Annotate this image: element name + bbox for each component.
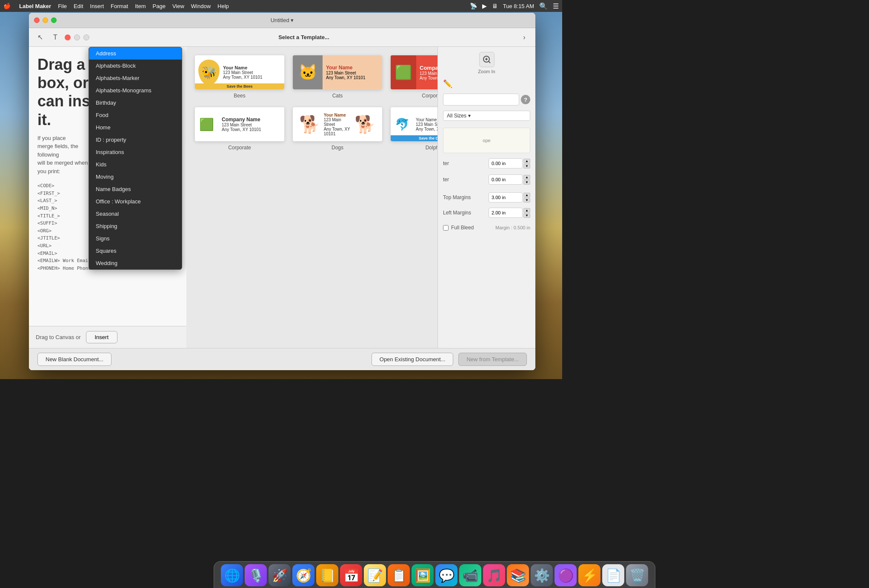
- top-margins-down[interactable]: ▼: [523, 198, 530, 203]
- bees-bee-icon: 🐝: [198, 60, 220, 85]
- margin-controls: ter 0.00 in ▲ ▼ ter: [443, 158, 530, 187]
- maximize-button[interactable]: [51, 17, 57, 23]
- menu-edit[interactable]: Edit: [74, 3, 83, 9]
- dropdown-item-alphabets-monograms[interactable]: Alphabets-Monograms: [89, 84, 182, 97]
- top-margin-value: 0.00 in: [492, 161, 506, 166]
- template-card-cats[interactable]: 🐱 Your Name 123 Main Street Any Town, XY…: [293, 55, 382, 89]
- bottom-margin-stepper: ▲ ▼: [523, 175, 530, 185]
- left-margins-up[interactable]: ▲: [523, 208, 530, 213]
- bees-your-name: Your Name: [223, 65, 262, 70]
- template-area[interactable]: 🐝 Your Name 123 Main Street Any Town, XY…: [186, 47, 437, 370]
- left-margins-down[interactable]: ▼: [523, 213, 530, 218]
- apple-menu-icon[interactable]: 🍎: [3, 3, 11, 9]
- content-area: Drag a textbox, orcan insertit. If you p…: [29, 47, 535, 370]
- left-margins-input[interactable]: 2.00 in: [489, 208, 523, 218]
- corporate-city: Any Town, XY 10101: [222, 127, 261, 132]
- minimize-button[interactable]: [43, 17, 48, 23]
- dogs-label: Dogs: [332, 145, 343, 151]
- menu-window[interactable]: Window: [191, 3, 211, 9]
- new-blank-document-button[interactable]: New Blank Document...: [37, 353, 111, 366]
- menubar-arrow-icon: ▶: [482, 3, 487, 9]
- envelope-preview: ope: [443, 128, 530, 153]
- text-tool[interactable]: T: [49, 31, 61, 43]
- dropdown-item-food[interactable]: Food: [89, 109, 182, 121]
- menu-file[interactable]: File: [58, 3, 67, 9]
- template-item-dolphins[interactable]: 🐬 Your Name 123 Main Street Any Town, XY…: [391, 107, 437, 151]
- dropdown-item-home[interactable]: Home: [89, 121, 182, 134]
- cursor-tool[interactable]: ↖: [34, 31, 46, 43]
- toolbar-red-btn[interactable]: [65, 34, 71, 40]
- top-margin-down[interactable]: ▼: [523, 164, 530, 168]
- bottom-margin-down[interactable]: ▼: [523, 180, 530, 185]
- menu-page[interactable]: Page: [153, 3, 166, 9]
- open-existing-document-button[interactable]: Open Existing Document...: [372, 353, 454, 366]
- toolbar-btn-3[interactable]: [83, 34, 89, 40]
- sizes-select[interactable]: All Sizes ▾: [443, 111, 530, 121]
- left-margins-row: Left Margins 2.00 in ▲ ▼: [443, 208, 530, 218]
- zoom-in-button[interactable]: [479, 52, 495, 67]
- menu-insert[interactable]: Insert: [90, 3, 104, 9]
- dogs-image: 🐕: [296, 114, 324, 134]
- dropdown-item-alphabets-block[interactable]: Alphabets-Block: [89, 60, 182, 72]
- dropdown-item-wedding[interactable]: Wedding: [89, 257, 182, 269]
- template-item-cats[interactable]: 🐱 Your Name 123 Main Street Any Town, XY…: [293, 55, 382, 99]
- template-item-corporate[interactable]: 🟩 Company Name 123 Main Street Any Town,…: [195, 107, 284, 151]
- template-category-dropdown[interactable]: Address Alphabets-Block Alphabets-Marker…: [89, 47, 182, 270]
- top-margins-up[interactable]: ▲: [523, 193, 530, 197]
- dropdown-item-birthday[interactable]: Birthday: [89, 97, 182, 109]
- template-row-2: 🟩 Company Name 123 Main Street Any Town,…: [195, 107, 429, 151]
- dropdown-item-squares[interactable]: Squares: [89, 245, 182, 257]
- bottom-margin-up[interactable]: ▲: [523, 175, 530, 180]
- dropdown-item-shipping[interactable]: Shipping: [89, 220, 182, 232]
- left-margins-stepper: ▲ ▼: [523, 208, 530, 218]
- template-card-bees[interactable]: 🐝 Your Name 123 Main Street Any Town, XY…: [195, 55, 284, 89]
- chevron-right-icon[interactable]: ›: [518, 31, 530, 43]
- close-button[interactable]: [34, 17, 40, 23]
- toolbar-btn-2[interactable]: [74, 34, 80, 40]
- insert-bar: Drag to Canvas or Insert: [29, 326, 186, 348]
- menu-view[interactable]: View: [172, 3, 184, 9]
- dropdown-item-name-badges[interactable]: Name Badges: [89, 183, 182, 195]
- insert-button[interactable]: Insert: [86, 331, 118, 343]
- app-name[interactable]: Label Maker: [19, 3, 51, 9]
- zoom-in-icon: [483, 55, 491, 64]
- template-card-dolphins[interactable]: 🐬 Your Name 123 Main Street Any Town, XY…: [391, 107, 437, 141]
- dropdown-item-id-property[interactable]: ID : property: [89, 134, 182, 146]
- new-from-template-button[interactable]: New from Template...: [458, 353, 527, 366]
- dropdown-item-inspirations[interactable]: Inspirations: [89, 146, 182, 158]
- dropdown-item-kids[interactable]: Kids: [89, 158, 182, 171]
- left-margins-value: 2.00 in: [492, 210, 506, 215]
- template-item-dogs[interactable]: 🐕 Your Name 123 Main Street Any Town, XY…: [293, 107, 382, 151]
- template-card-dogs[interactable]: 🐕 Your Name 123 Main Street Any Town, XY…: [293, 107, 382, 141]
- bottom-margin-label: ter: [443, 177, 449, 183]
- menu-format[interactable]: Format: [111, 3, 128, 9]
- dropdown-item-seasonal[interactable]: Seasonal: [89, 208, 182, 220]
- top-margins-input[interactable]: 3.00 in: [489, 192, 523, 203]
- template-card-corporate2[interactable]: 🟩 Company Name 123 Main Street Any Town,…: [391, 55, 437, 89]
- template-card-corporate[interactable]: 🟩 Company Name 123 Main Street Any Town,…: [195, 107, 284, 141]
- top-margin-up[interactable]: ▲: [523, 159, 530, 163]
- help-button[interactable]: ?: [521, 95, 530, 104]
- dropdown-item-address[interactable]: Address: [89, 47, 182, 60]
- top-margin-input[interactable]: 0.00 in: [489, 158, 523, 168]
- dropdown-item-office-workplace[interactable]: Office : Workplace: [89, 195, 182, 208]
- sizes-label: All Sizes: [447, 113, 466, 119]
- menu-help[interactable]: Help: [217, 3, 229, 9]
- control-center-icon[interactable]: ☰: [553, 2, 559, 10]
- template-item-bees[interactable]: 🐝 Your Name 123 Main Street Any Town, XY…: [195, 55, 284, 99]
- menu-item[interactable]: Item: [135, 3, 146, 9]
- corporate-logo: 🟩: [195, 107, 218, 141]
- pencil-icon[interactable]: ✏️: [443, 79, 452, 88]
- search-field[interactable]: [443, 94, 519, 106]
- full-bleed-checkbox[interactable]: [443, 225, 449, 231]
- bottom-margin-input[interactable]: 0.00 in: [489, 174, 523, 185]
- search-icon[interactable]: 🔍: [539, 2, 548, 10]
- dropdown-item-signs[interactable]: Signs: [89, 232, 182, 245]
- template-item-corporate2[interactable]: 🟩 Company Name 123 Main Street Any Town,…: [391, 55, 437, 99]
- dolphins-label: Dolphins: [426, 145, 437, 151]
- dropdown-item-alphabets-marker[interactable]: Alphabets-Marker: [89, 72, 182, 84]
- bees-text: Your Name 123 Main Street Any Town, XY 1…: [223, 65, 262, 80]
- dolphins-banner: Save the Dolphins: [391, 135, 437, 141]
- dropdown-item-moving[interactable]: Moving: [89, 171, 182, 183]
- menubar-time: Tue 8:15 AM: [503, 3, 534, 9]
